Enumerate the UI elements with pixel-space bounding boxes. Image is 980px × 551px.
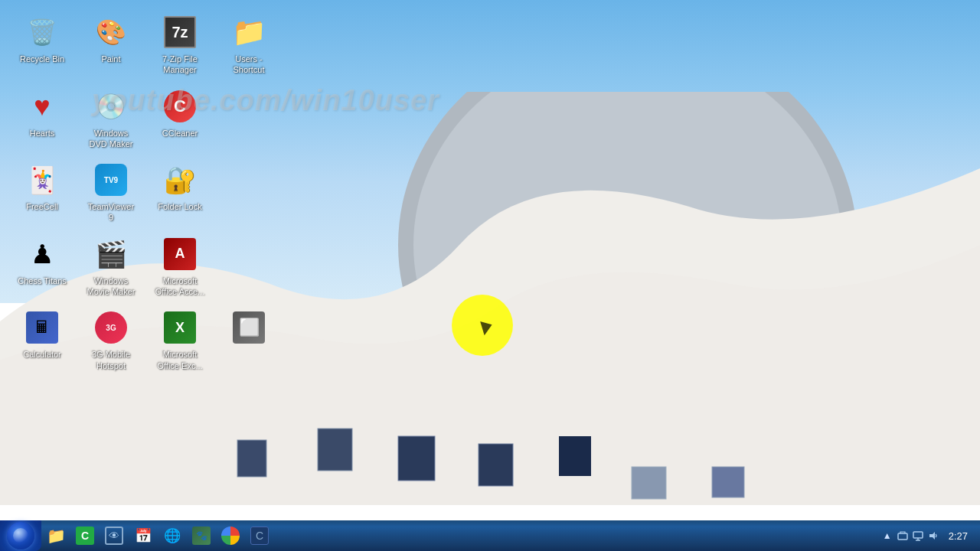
svg-marker-13 bbox=[929, 532, 935, 540]
ms-excel-icon[interactable]: X MicrosoftOffice Exc... bbox=[145, 303, 214, 377]
svg-rect-6 bbox=[559, 436, 591, 476]
taskbar-chrome[interactable] bbox=[217, 522, 244, 549]
icon-row-1: 🗑️ Recycle Bin 🎨 Paint 7z 7-Zip FileMana… bbox=[8, 8, 283, 82]
calculator-icon[interactable]: 🖩 Calculator bbox=[8, 303, 77, 377]
chess-titans-image: ♟ bbox=[24, 236, 60, 272]
hearts-image: ♥ bbox=[24, 88, 60, 125]
freecell-icon[interactable]: 🃏 FreeCell bbox=[8, 155, 77, 230]
svg-rect-10 bbox=[913, 532, 923, 538]
start-button[interactable] bbox=[0, 520, 41, 551]
3g-hotspot-image: 3G bbox=[93, 309, 129, 346]
movie-maker-image: 🎬 bbox=[93, 236, 129, 272]
chess-titans-icon[interactable]: ♟ Chess Titans bbox=[8, 230, 77, 304]
paint-icon[interactable]: 🎨 Paint bbox=[77, 8, 145, 82]
users-shortcut-image: 📁 bbox=[230, 14, 267, 51]
freecell-image: 🃏 bbox=[24, 161, 60, 198]
freecell-label: FreeCell bbox=[26, 201, 58, 212]
extra-desktop-icon[interactable]: ⬜ bbox=[214, 303, 283, 377]
svg-rect-5 bbox=[479, 444, 513, 486]
7zip-image: 7z bbox=[162, 14, 198, 51]
cursor-arrow bbox=[477, 321, 492, 337]
users-shortcut-label: Users -Shortcut bbox=[234, 54, 265, 76]
taskbar: 📁 C 👁 📅 🌐 🐾 C ▲ 2:27 bbox=[0, 520, 980, 551]
taskbar-item-3[interactable]: 👁 bbox=[100, 522, 128, 549]
svg-rect-9 bbox=[898, 533, 907, 540]
movie-maker-icon[interactable]: 🎬 WindowsMovie Maker bbox=[77, 230, 145, 304]
taskbar-item-2[interactable]: C bbox=[71, 522, 99, 549]
tray-volume[interactable] bbox=[927, 530, 939, 542]
7zip-icon[interactable]: 7z 7-Zip FileManager bbox=[145, 8, 214, 82]
svg-rect-3 bbox=[318, 429, 352, 471]
ccleaner-label: CCleaner bbox=[162, 128, 198, 139]
users-shortcut-icon[interactable]: 📁 Users -Shortcut bbox=[214, 8, 283, 82]
tray-display[interactable] bbox=[912, 530, 924, 542]
folder-lock-label: Folder Lock bbox=[158, 201, 201, 212]
start-orb bbox=[7, 522, 34, 549]
system-clock[interactable]: 2:27 bbox=[942, 520, 974, 551]
desktop-icons-container: 🗑️ Recycle Bin 🎨 Paint 7z 7-Zip FileMana… bbox=[8, 8, 283, 377]
icon-row-2: ♥ Hearts 💿 WindowsDVD Maker C CCleaner bbox=[8, 82, 283, 156]
svg-rect-4 bbox=[398, 436, 435, 481]
7zip-label: 7-Zip FileManager bbox=[162, 54, 198, 76]
icon-row-5: 🖩 Calculator 3G 3G MobileHotspot X Micro… bbox=[8, 303, 283, 377]
svg-rect-2 bbox=[237, 440, 266, 477]
system-tray: ▲ 2:27 bbox=[875, 520, 980, 551]
taskbar-file-explorer[interactable]: 📁 bbox=[42, 522, 70, 549]
clock-time: 2:27 bbox=[949, 530, 968, 542]
movie-maker-label: WindowsMovie Maker bbox=[87, 276, 136, 298]
taskbar-item-5[interactable]: 🌐 bbox=[158, 522, 186, 549]
recycle-bin-image: 🗑️ bbox=[24, 14, 60, 51]
hearts-label: Hearts bbox=[30, 128, 54, 139]
3g-hotspot-label: 3G MobileHotspot bbox=[92, 349, 130, 371]
tray-network[interactable] bbox=[897, 530, 909, 542]
ccleaner-icon[interactable]: C CCleaner bbox=[145, 82, 214, 156]
recycle-bin-icon[interactable]: 🗑️ Recycle Bin bbox=[8, 8, 77, 82]
folder-lock-icon[interactable]: 🔐 Folder Lock bbox=[145, 155, 214, 230]
3g-hotspot-icon[interactable]: 3G 3G MobileHotspot bbox=[77, 303, 145, 377]
extra-desktop-image: ⬜ bbox=[230, 309, 267, 346]
ms-access-icon[interactable]: A MicrosoftOffice Acce... bbox=[145, 230, 214, 304]
ccleaner-image: C bbox=[162, 88, 198, 125]
cursor-highlight bbox=[452, 295, 513, 356]
dvd-maker-image: 💿 bbox=[93, 88, 129, 125]
teamviewer-image: TV9 bbox=[93, 161, 129, 198]
paint-label: Paint bbox=[101, 54, 120, 64]
calculator-label: Calculator bbox=[23, 349, 61, 360]
svg-rect-8 bbox=[712, 467, 744, 497]
ms-excel-label: MicrosoftOffice Exc... bbox=[157, 349, 202, 371]
taskbar-items: 📁 C 👁 📅 🌐 🐾 C bbox=[41, 520, 875, 551]
teamviewer-label: TeamViewer9 bbox=[88, 201, 134, 223]
ms-access-label: MicrosoftOffice Acce... bbox=[155, 276, 205, 298]
teamviewer-icon[interactable]: TV9 TeamViewer9 bbox=[77, 155, 145, 230]
dvd-maker-icon[interactable]: 💿 WindowsDVD Maker bbox=[77, 82, 145, 156]
ms-excel-image: X bbox=[162, 309, 198, 346]
recycle-bin-label: Recycle Bin bbox=[20, 54, 64, 64]
calculator-image: 🖩 bbox=[24, 309, 60, 346]
start-orb-inner bbox=[13, 528, 28, 543]
taskbar-item-6[interactable]: 🐾 bbox=[188, 522, 215, 549]
hearts-icon[interactable]: ♥ Hearts bbox=[8, 82, 77, 156]
taskbar-item-4[interactable]: 📅 bbox=[129, 522, 157, 549]
tray-expand[interactable]: ▲ bbox=[881, 530, 893, 542]
taskbar-item-8[interactable]: C bbox=[246, 522, 273, 549]
icon-row-4: ♟ Chess Titans 🎬 WindowsMovie Maker A Mi… bbox=[8, 230, 283, 304]
ms-access-image: A bbox=[162, 236, 198, 272]
chess-titans-label: Chess Titans bbox=[18, 276, 67, 286]
folder-lock-image: 🔐 bbox=[162, 161, 198, 198]
paint-image: 🎨 bbox=[93, 14, 129, 51]
icon-row-3: 🃏 FreeCell TV9 TeamViewer9 🔐 Folder Lock bbox=[8, 155, 283, 230]
dvd-maker-label: WindowsDVD Maker bbox=[90, 128, 133, 150]
svg-rect-7 bbox=[632, 467, 666, 499]
